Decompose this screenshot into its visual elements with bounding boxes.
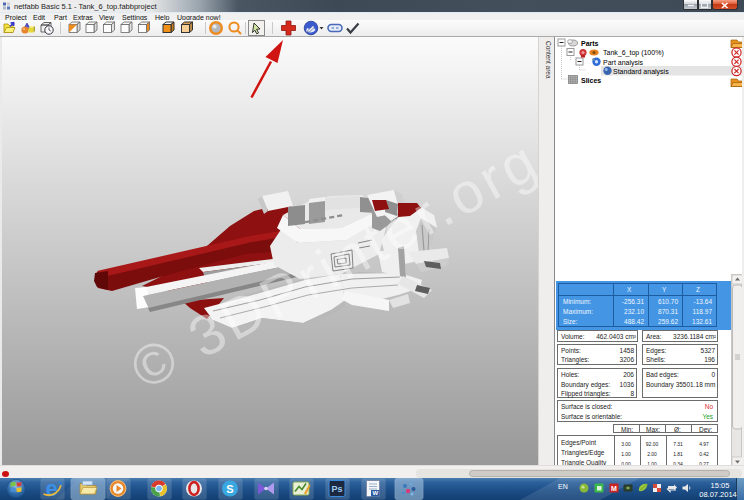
svg-text:S: S — [226, 483, 233, 495]
svg-text:© 3DPrinter.org.ua: © 3DPrinter.org.ua — [120, 83, 538, 402]
svg-text:e: e — [45, 478, 57, 500]
svg-text:W: W — [372, 490, 378, 496]
svg-text:Ps: Ps — [331, 484, 342, 494]
svg-text:M: M — [611, 485, 617, 492]
